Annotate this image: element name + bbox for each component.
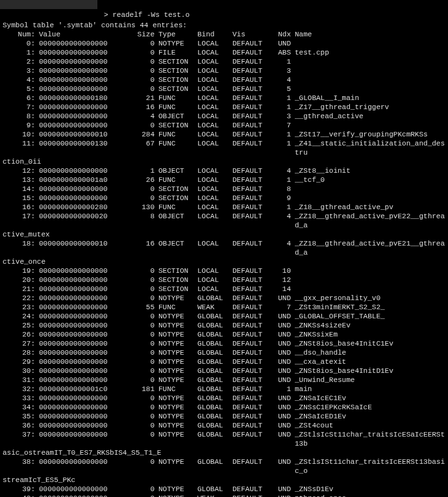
cell-num: 32: — [3, 385, 35, 394]
cell-value: 0000000000000000 — [35, 57, 123, 66]
table-row: 40:00000000000000000NOTYPEWEAKDEFAULTUND… — [3, 494, 445, 497]
cell-bind: GLOBAL — [195, 412, 230, 421]
cell-ndx: 1 — [270, 203, 291, 212]
cell-value: 0000000000000000 — [35, 457, 123, 476]
cell-bind: LOCAL — [195, 112, 230, 121]
cell-type: NOTYPE — [155, 494, 195, 497]
cell-vis: DEFAULT — [230, 376, 270, 385]
cell-num: 2: — [3, 57, 35, 66]
table-row: 23:000000000000000055FUNCWEAKDEFAULT7_ZS… — [3, 303, 445, 312]
cell-size: 26 — [123, 175, 155, 185]
cell-vis: DEFAULT — [230, 494, 270, 497]
cell-bind: LOCAL — [195, 175, 230, 185]
cell-bind: WEAK — [195, 303, 230, 312]
cell-num: 9: — [3, 121, 35, 130]
cell-name: _ZSt8__ioinit — [291, 166, 445, 175]
cell-num: 28: — [3, 348, 35, 357]
table-row: 22:00000000000000000NOTYPEGLOBALDEFAULTU… — [3, 294, 445, 303]
cell-num: 40: — [3, 494, 35, 497]
col-bind: Bind — [195, 30, 230, 39]
cell-name: _Unwind_Resume — [291, 376, 445, 385]
cell-name: _Z17__gthread_triggerv — [291, 103, 445, 112]
cell-num: 27: — [3, 339, 35, 348]
cell-type: SECTION — [155, 75, 195, 84]
cell-bind: GLOBAL — [195, 321, 230, 330]
cell-ndx: UND — [270, 312, 291, 321]
cell-size: 0 — [123, 339, 155, 348]
cell-name: __tcf_0 — [291, 175, 445, 185]
cell-bind: WEAK — [195, 494, 230, 497]
cell-vis: DEFAULT — [230, 421, 270, 430]
cell-ndx: UND — [270, 348, 291, 357]
cell-num: 13: — [3, 175, 35, 185]
cell-ndx: 7 — [270, 303, 291, 312]
cell-name: _Z41__static_initialization_and_destru — [291, 139, 445, 157]
cell-bind: GLOBAL — [195, 312, 230, 321]
cell-value: 0000000000000000 — [35, 48, 123, 57]
cell-type: NOTYPE — [155, 312, 195, 321]
cell-bind: GLOBAL — [195, 485, 230, 494]
terminal-output: Symbol table '.symtab' contains 44 entri… — [0, 19, 448, 497]
cell-num: 14: — [3, 185, 35, 194]
cell-size: 16 — [123, 103, 155, 112]
cell-num: 35: — [3, 412, 35, 421]
cell-name — [291, 275, 445, 285]
table-row: 3:00000000000000000SECTIONLOCALDEFAULT3 — [3, 66, 445, 75]
table-row: 6:000000000000018021FUNCLOCALDEFAULT1_GL… — [3, 94, 445, 103]
cell-num: 37: — [3, 430, 35, 448]
cell-ndx: 8 — [270, 185, 291, 194]
cell-size: 21 — [123, 94, 155, 103]
cell-num: 34: — [3, 403, 35, 412]
col-value: Value — [35, 30, 123, 39]
table-row: 7:000000000000000016FUNCLOCALDEFAULT1_Z1… — [3, 103, 445, 112]
cell-ndx: 1 — [270, 57, 291, 66]
cell-vis: DEFAULT — [230, 294, 270, 303]
cell-name — [291, 39, 445, 48]
table-row: 21:00000000000000000SECTIONLOCALDEFAULT1… — [3, 285, 445, 294]
cell-bind: LOCAL — [195, 57, 230, 66]
table-row: 30:00000000000000000NOTYPEGLOBALDEFAULTU… — [3, 366, 445, 376]
cell-ndx: 1 — [270, 139, 291, 157]
cell-value: 00000000000001a0 — [35, 175, 123, 185]
cell-size: 0 — [123, 366, 155, 376]
cell-ndx: UND — [270, 412, 291, 421]
table-row: 5:00000000000000000SECTIONLOCALDEFAULT5 — [3, 84, 445, 94]
cell-size: 0 — [123, 57, 155, 66]
cell-ndx: UND — [270, 430, 291, 448]
cell-vis: DEFAULT — [230, 348, 270, 357]
cell-name — [291, 66, 445, 75]
cell-size: 0 — [123, 421, 155, 430]
cell-vis: DEFAULT — [230, 112, 270, 121]
cell-type: OBJECT — [155, 239, 195, 257]
cell-size: 55 — [123, 303, 155, 312]
table-row-continuation: asic_ostreamIT_T0_ES7_RKSbIS4_S5_T1_E — [3, 448, 445, 457]
cell-num: 11: — [3, 139, 35, 157]
cell-name — [291, 84, 445, 94]
cell-ndx: 1 — [270, 385, 291, 394]
cell-size: 0 — [123, 75, 155, 84]
cell-bind: LOCAL — [195, 84, 230, 94]
table-row: 15:00000000000000000SECTIONLOCALDEFAULT9 — [3, 194, 445, 203]
cell-vis: DEFAULT — [230, 366, 270, 376]
table-row: 2:00000000000000000SECTIONLOCALDEFAULT1 — [3, 57, 445, 66]
cell-name — [291, 185, 445, 194]
cell-ndx: UND — [270, 494, 291, 497]
cell-ndx: 3 — [270, 112, 291, 121]
cell-value: 0000000000000000 — [35, 421, 123, 430]
cell-value: 0000000000000000 — [35, 494, 123, 497]
cell-num: 29: — [3, 357, 35, 366]
cell-vis: DEFAULT — [230, 339, 270, 348]
cell-num: 0: — [3, 39, 35, 48]
cell-type: FILE — [155, 48, 195, 57]
cell-bind: LOCAL — [195, 266, 230, 275]
cell-num: 21: — [3, 285, 35, 294]
cell-size: 0 — [123, 485, 155, 494]
cell-ndx: UND — [270, 376, 291, 385]
cell-size: 1 — [123, 166, 155, 175]
cell-type: SECTION — [155, 194, 195, 203]
cell-vis: DEFAULT — [230, 330, 270, 339]
cell-ndx: UND — [270, 421, 291, 430]
cell-bind: GLOBAL — [195, 385, 230, 394]
cell-size: 0 — [123, 394, 155, 403]
cell-ndx: 5 — [270, 84, 291, 94]
